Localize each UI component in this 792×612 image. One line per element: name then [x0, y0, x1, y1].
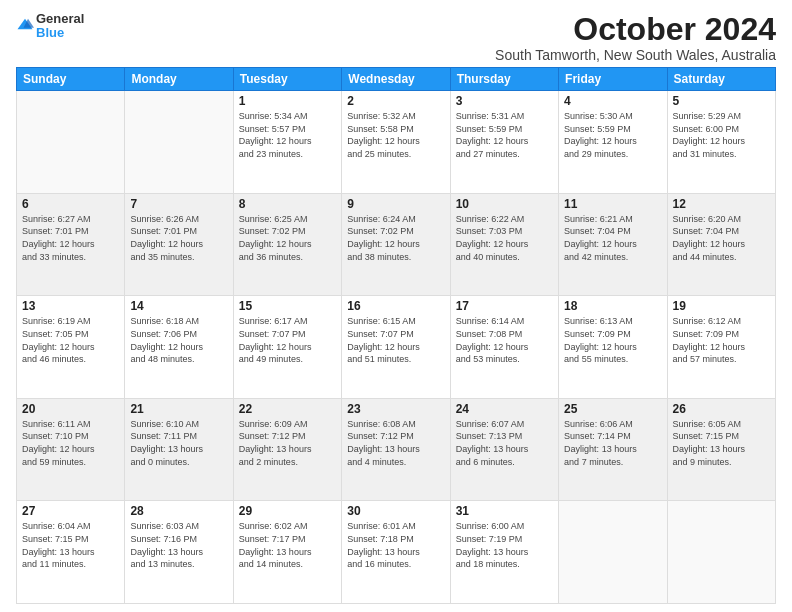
title-block: October 2024 South Tamworth, New South W…: [495, 12, 776, 63]
day-number: 20: [22, 402, 119, 416]
location-subtitle: South Tamworth, New South Wales, Austral…: [495, 47, 776, 63]
calendar-cell: 28Sunrise: 6:03 AM Sunset: 7:16 PM Dayli…: [125, 501, 233, 604]
calendar-cell: 19Sunrise: 6:12 AM Sunset: 7:09 PM Dayli…: [667, 296, 775, 399]
calendar-cell: 12Sunrise: 6:20 AM Sunset: 7:04 PM Dayli…: [667, 193, 775, 296]
day-number: 23: [347, 402, 444, 416]
day-info: Sunrise: 6:04 AM Sunset: 7:15 PM Dayligh…: [22, 520, 119, 570]
calendar-cell: 22Sunrise: 6:09 AM Sunset: 7:12 PM Dayli…: [233, 398, 341, 501]
calendar-cell: 17Sunrise: 6:14 AM Sunset: 7:08 PM Dayli…: [450, 296, 558, 399]
weekday-header-friday: Friday: [559, 68, 667, 91]
day-number: 11: [564, 197, 661, 211]
day-info: Sunrise: 6:20 AM Sunset: 7:04 PM Dayligh…: [673, 213, 770, 263]
day-info: Sunrise: 6:22 AM Sunset: 7:03 PM Dayligh…: [456, 213, 553, 263]
calendar-cell: 26Sunrise: 6:05 AM Sunset: 7:15 PM Dayli…: [667, 398, 775, 501]
day-number: 26: [673, 402, 770, 416]
day-number: 13: [22, 299, 119, 313]
day-number: 9: [347, 197, 444, 211]
calendar-cell: 24Sunrise: 6:07 AM Sunset: 7:13 PM Dayli…: [450, 398, 558, 501]
calendar-cell: 30Sunrise: 6:01 AM Sunset: 7:18 PM Dayli…: [342, 501, 450, 604]
day-number: 19: [673, 299, 770, 313]
calendar-cell: [125, 91, 233, 194]
calendar-week-row: 6Sunrise: 6:27 AM Sunset: 7:01 PM Daylig…: [17, 193, 776, 296]
calendar-cell: 4Sunrise: 5:30 AM Sunset: 5:59 PM Daylig…: [559, 91, 667, 194]
calendar-cell: [667, 501, 775, 604]
calendar-cell: 2Sunrise: 5:32 AM Sunset: 5:58 PM Daylig…: [342, 91, 450, 194]
day-info: Sunrise: 6:05 AM Sunset: 7:15 PM Dayligh…: [673, 418, 770, 468]
day-info: Sunrise: 5:31 AM Sunset: 5:59 PM Dayligh…: [456, 110, 553, 160]
day-info: Sunrise: 6:14 AM Sunset: 7:08 PM Dayligh…: [456, 315, 553, 365]
calendar-week-row: 1Sunrise: 5:34 AM Sunset: 5:57 PM Daylig…: [17, 91, 776, 194]
logo-blue: Blue: [36, 26, 84, 40]
weekday-header-sunday: Sunday: [17, 68, 125, 91]
day-number: 29: [239, 504, 336, 518]
calendar-cell: 18Sunrise: 6:13 AM Sunset: 7:09 PM Dayli…: [559, 296, 667, 399]
day-info: Sunrise: 6:18 AM Sunset: 7:06 PM Dayligh…: [130, 315, 227, 365]
day-info: Sunrise: 6:26 AM Sunset: 7:01 PM Dayligh…: [130, 213, 227, 263]
logo: General Blue: [16, 12, 84, 41]
day-number: 22: [239, 402, 336, 416]
calendar-cell: 25Sunrise: 6:06 AM Sunset: 7:14 PM Dayli…: [559, 398, 667, 501]
day-info: Sunrise: 6:24 AM Sunset: 7:02 PM Dayligh…: [347, 213, 444, 263]
calendar-cell: 31Sunrise: 6:00 AM Sunset: 7:19 PM Dayli…: [450, 501, 558, 604]
calendar-table: SundayMondayTuesdayWednesdayThursdayFrid…: [16, 67, 776, 604]
day-number: 17: [456, 299, 553, 313]
day-info: Sunrise: 5:34 AM Sunset: 5:57 PM Dayligh…: [239, 110, 336, 160]
calendar-cell: 7Sunrise: 6:26 AM Sunset: 7:01 PM Daylig…: [125, 193, 233, 296]
day-info: Sunrise: 6:07 AM Sunset: 7:13 PM Dayligh…: [456, 418, 553, 468]
weekday-header-wednesday: Wednesday: [342, 68, 450, 91]
day-number: 8: [239, 197, 336, 211]
calendar-cell: 27Sunrise: 6:04 AM Sunset: 7:15 PM Dayli…: [17, 501, 125, 604]
calendar-cell: 1Sunrise: 5:34 AM Sunset: 5:57 PM Daylig…: [233, 91, 341, 194]
day-number: 16: [347, 299, 444, 313]
calendar-cell: [559, 501, 667, 604]
calendar-cell: 3Sunrise: 5:31 AM Sunset: 5:59 PM Daylig…: [450, 91, 558, 194]
weekday-header-thursday: Thursday: [450, 68, 558, 91]
day-number: 30: [347, 504, 444, 518]
day-number: 12: [673, 197, 770, 211]
day-info: Sunrise: 6:00 AM Sunset: 7:19 PM Dayligh…: [456, 520, 553, 570]
calendar-cell: 6Sunrise: 6:27 AM Sunset: 7:01 PM Daylig…: [17, 193, 125, 296]
calendar-cell: 11Sunrise: 6:21 AM Sunset: 7:04 PM Dayli…: [559, 193, 667, 296]
day-info: Sunrise: 6:01 AM Sunset: 7:18 PM Dayligh…: [347, 520, 444, 570]
calendar-cell: 5Sunrise: 5:29 AM Sunset: 6:00 PM Daylig…: [667, 91, 775, 194]
month-title: October 2024: [495, 12, 776, 47]
day-number: 28: [130, 504, 227, 518]
day-number: 14: [130, 299, 227, 313]
calendar-cell: [17, 91, 125, 194]
logo-general: General: [36, 12, 84, 26]
page: General Blue October 2024 South Tamworth…: [0, 0, 792, 612]
calendar-cell: 10Sunrise: 6:22 AM Sunset: 7:03 PM Dayli…: [450, 193, 558, 296]
day-info: Sunrise: 6:12 AM Sunset: 7:09 PM Dayligh…: [673, 315, 770, 365]
logo-icon: [16, 15, 34, 33]
day-info: Sunrise: 6:27 AM Sunset: 7:01 PM Dayligh…: [22, 213, 119, 263]
calendar-cell: 23Sunrise: 6:08 AM Sunset: 7:12 PM Dayli…: [342, 398, 450, 501]
calendar-week-row: 20Sunrise: 6:11 AM Sunset: 7:10 PM Dayli…: [17, 398, 776, 501]
weekday-header-row: SundayMondayTuesdayWednesdayThursdayFrid…: [17, 68, 776, 91]
day-info: Sunrise: 5:32 AM Sunset: 5:58 PM Dayligh…: [347, 110, 444, 160]
weekday-header-tuesday: Tuesday: [233, 68, 341, 91]
day-number: 18: [564, 299, 661, 313]
day-number: 3: [456, 94, 553, 108]
day-info: Sunrise: 6:06 AM Sunset: 7:14 PM Dayligh…: [564, 418, 661, 468]
weekday-header-monday: Monday: [125, 68, 233, 91]
day-number: 7: [130, 197, 227, 211]
day-number: 4: [564, 94, 661, 108]
weekday-header-saturday: Saturday: [667, 68, 775, 91]
calendar-cell: 13Sunrise: 6:19 AM Sunset: 7:05 PM Dayli…: [17, 296, 125, 399]
day-info: Sunrise: 6:15 AM Sunset: 7:07 PM Dayligh…: [347, 315, 444, 365]
day-number: 21: [130, 402, 227, 416]
day-info: Sunrise: 6:13 AM Sunset: 7:09 PM Dayligh…: [564, 315, 661, 365]
calendar-cell: 20Sunrise: 6:11 AM Sunset: 7:10 PM Dayli…: [17, 398, 125, 501]
day-number: 1: [239, 94, 336, 108]
day-info: Sunrise: 6:25 AM Sunset: 7:02 PM Dayligh…: [239, 213, 336, 263]
day-info: Sunrise: 5:29 AM Sunset: 6:00 PM Dayligh…: [673, 110, 770, 160]
day-number: 25: [564, 402, 661, 416]
calendar-week-row: 27Sunrise: 6:04 AM Sunset: 7:15 PM Dayli…: [17, 501, 776, 604]
calendar-cell: 16Sunrise: 6:15 AM Sunset: 7:07 PM Dayli…: [342, 296, 450, 399]
calendar-cell: 21Sunrise: 6:10 AM Sunset: 7:11 PM Dayli…: [125, 398, 233, 501]
day-number: 10: [456, 197, 553, 211]
header: General Blue October 2024 South Tamworth…: [16, 12, 776, 63]
day-number: 2: [347, 94, 444, 108]
day-info: Sunrise: 6:09 AM Sunset: 7:12 PM Dayligh…: [239, 418, 336, 468]
day-info: Sunrise: 6:19 AM Sunset: 7:05 PM Dayligh…: [22, 315, 119, 365]
